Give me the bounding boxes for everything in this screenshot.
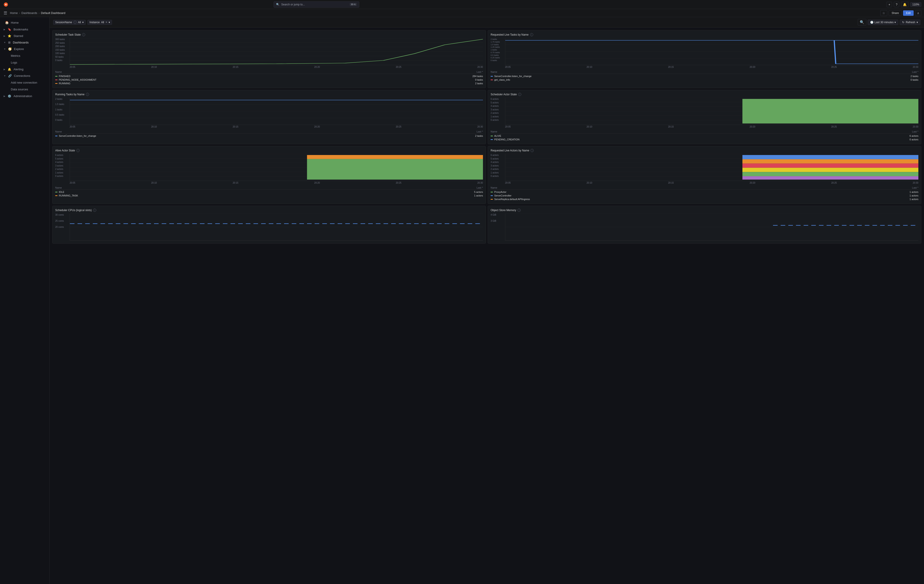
breadcrumb-current: Default Dashboard	[41, 11, 65, 15]
legend-row-get-class: get_class_info 0 tasks	[491, 78, 918, 82]
alerting-icon: 🔔	[8, 68, 11, 71]
chart-y-labels-alive: 6 actors 5 actors 4 actors 3 actors 2 ac…	[55, 154, 69, 177]
chart-canvas-req-actors	[505, 154, 918, 181]
legend-dot-serve-ctrl	[55, 135, 58, 136]
sidebar-item-administration[interactable]: ▶ ⚙️ Administration	[0, 93, 50, 99]
panel-title-req-actors: Requested Live Actors by Name	[491, 149, 529, 152]
refresh-button[interactable]: ↻ Refresh ▾	[900, 20, 921, 25]
panel-title-running-tasks: Running Tasks by Name	[55, 93, 84, 96]
panel-header-sched-actor: Scheduler Actor State i	[491, 93, 918, 96]
breadcrumb-home[interactable]: Home	[10, 11, 18, 15]
legend-row-pending-creation: PENDING_CREATION 0 actors	[491, 138, 918, 141]
clock-icon: 🕐	[870, 21, 873, 24]
panel-scheduler-task-state: Scheduler Task State i 300 tasks 250 tas…	[52, 30, 486, 88]
legend-dot-serve-listen	[491, 76, 493, 77]
star-button[interactable]: ☆	[880, 10, 887, 16]
legend-row-idle: IDLE 5 actors	[55, 190, 483, 194]
legend-header-req: Name Last *	[491, 70, 918, 74]
info-icon-sched-actor[interactable]: i	[518, 93, 521, 96]
breadcrumb-dashboards[interactable]: Dashboards	[21, 11, 37, 15]
sidebar-item-bookmarks[interactable]: ▶ 🔖 Bookmarks	[0, 26, 50, 33]
sidebar-item-logs[interactable]: Logs	[7, 59, 48, 66]
panel-header-cpus: Scheduler CPUs (logical slots) i	[55, 209, 483, 212]
chart-canvas-obj	[505, 214, 918, 241]
chart-canvas-alive	[69, 154, 483, 181]
legend-dot-pending	[55, 79, 58, 80]
topbar-right: + ? 🔔 110%	[887, 2, 921, 7]
legend-running-tasks: Name Last * ServeController.listen_for_c…	[55, 130, 483, 138]
legend-row-finished: FINISHED 284 tasks	[55, 74, 483, 78]
zoom-out-button[interactable]: 🔍	[858, 19, 866, 25]
search-bar[interactable]: 🔍 Search or jump to... ⌘+k	[274, 2, 359, 8]
time-range-button[interactable]: 🕐 Last 30 minutes ▾	[868, 20, 898, 25]
filter-session-name[interactable]: SessionName i All ▾	[53, 20, 86, 25]
chart-cpus: 30 cores 25 cores 20 cores	[55, 214, 483, 241]
sidebar-item-metrics[interactable]: Metrics	[7, 53, 48, 59]
legend-alive-actor: Name Last * IDLE 5 actors	[55, 186, 483, 197]
info-icon-requested-tasks[interactable]: i	[530, 33, 533, 36]
zoom-level[interactable]: 110%	[910, 2, 921, 7]
filter-instance-chevron: ▾	[109, 21, 110, 24]
chart-x-labels-req-actors: 20:05 20:10 20:15 20:20 20:25 20:30	[505, 181, 918, 184]
breadcrumb-sep2: ›	[38, 11, 40, 15]
legend-row-serve-controller2: ServeController 1 actors	[491, 194, 918, 197]
sidebar-item-dashboards[interactable]: ▼ ⊞ Dashboards	[0, 39, 50, 46]
sidebar-label-connections: Connections	[14, 74, 30, 78]
sidebar-label-data-sources: Data sources	[11, 87, 28, 91]
chevron-right-icon3: ▶	[3, 68, 5, 71]
info-icon-cpus[interactable]: i	[93, 209, 96, 212]
legend-dot-running	[55, 83, 58, 84]
plus-button[interactable]: +	[887, 2, 892, 7]
panel-header-running-tasks: Running Tasks by Name i	[55, 93, 483, 96]
share-button[interactable]: Share	[889, 10, 902, 16]
refresh-chevron: ▾	[917, 21, 918, 24]
info-icon-running-tasks[interactable]: i	[86, 93, 89, 96]
svg-point-2	[5, 4, 7, 5]
sidebar: 🏠 Home ▶ 🔖 Bookmarks ▶ ⭐ Starred ▼ ⊞ Das…	[0, 17, 50, 584]
info-icon-req-actors[interactable]: i	[531, 149, 534, 152]
sidebar-item-add-connection[interactable]: Add new connection	[7, 79, 48, 86]
menu-toggle[interactable]: ☰	[3, 10, 8, 16]
legend-row-serve-listen: ServeController.listen_for_change 2 task…	[491, 74, 918, 78]
bookmarks-icon: 🔖	[8, 28, 11, 31]
chart-req-actors: 6 actors 5 actors 4 actors 3 actors 2 ac…	[491, 154, 918, 184]
sidebar-item-home[interactable]: 🏠 Home	[2, 19, 48, 26]
panel-title-obj-memory: Object Store Memory	[491, 209, 516, 212]
legend-row-serve-replica: ServeReplica:default:APIIngress 1 actors	[491, 197, 918, 201]
breadcrumb: Home › Dashboards › Default Dashboard	[10, 11, 65, 15]
panel-header-requested-tasks: Requested Live Tasks by Name i	[491, 33, 918, 36]
info-icon-obj-memory[interactable]: i	[517, 209, 521, 212]
panel-scheduler-cpus: Scheduler CPUs (logical slots) i 30 core…	[52, 206, 486, 244]
filter-session-chevron: ▾	[82, 21, 84, 24]
legend-row-pending: PENDING_NODE_ASSIGNMENT 0 tasks	[55, 78, 483, 82]
info-icon-scheduler-task[interactable]: i	[82, 33, 85, 36]
legend-row-running: RUNNING 2 tasks	[55, 82, 483, 85]
sidebar-item-data-sources[interactable]: Data sources	[7, 86, 48, 92]
sidebar-item-starred[interactable]: ▶ ⭐ Starred	[0, 33, 50, 39]
sidebar-item-connections[interactable]: ▼ 🔗 Connections	[0, 73, 50, 79]
svg-rect-43	[742, 176, 918, 180]
chart-x-labels-sched: 20:05 20:10 20:15 20:20 20:25 20:30	[69, 65, 483, 68]
svg-rect-42	[742, 172, 918, 176]
topbar: 🔍 Search or jump to... ⌘+k + ? 🔔 110%	[0, 0, 924, 9]
legend-dot-idle	[55, 192, 58, 192]
chevron-down-icon2: ▼	[3, 48, 6, 50]
sidebar-item-explore[interactable]: ▼ 🧭 Explore	[0, 46, 50, 52]
legend-dot-get-class	[491, 79, 493, 80]
legend-row-proxy-actor: ProxyActor 1 actors	[491, 190, 918, 194]
chart-alive-actor: 6 actors 5 actors 4 actors 3 actors 2 ac…	[55, 154, 483, 184]
home-icon: 🏠	[5, 21, 8, 24]
help-button[interactable]: ?	[894, 2, 899, 7]
chart-x-labels-alive: 20:05 20:10 20:15 20:20 20:25 20:30	[69, 181, 483, 184]
chart-y-labels-obj: 4 GiB 3 GiB	[491, 214, 504, 234]
legend-header-running: Name Last *	[55, 130, 483, 134]
info-icon-alive-actor[interactable]: i	[76, 149, 79, 152]
filter-instance[interactable]: Instance All ✕ ▾	[87, 20, 112, 25]
edit-button[interactable]: Edit	[903, 10, 914, 16]
panel-title-alive-actor: Alive Actor State	[55, 149, 75, 152]
collapse-button[interactable]: ∧	[915, 10, 921, 16]
bell-button[interactable]: 🔔	[901, 2, 908, 7]
filter-instance-close[interactable]: ✕	[106, 21, 107, 23]
sidebar-item-alerting[interactable]: ▶ 🔔 Alerting	[0, 66, 50, 73]
svg-rect-30	[307, 155, 483, 159]
